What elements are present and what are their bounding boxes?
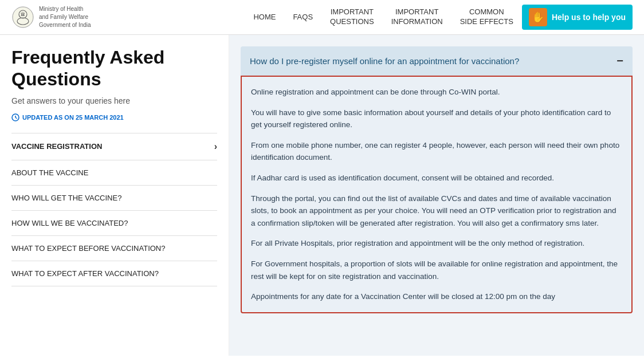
sidebar-item-label: HOW WILL WE BE VACCINATED?	[11, 219, 128, 227]
page-subtitle: Get answers to your queries here	[11, 96, 217, 105]
sidebar-item-label: VACCINE REGISTRATION	[11, 142, 102, 151]
accordion-paragraph: From one mobile phone number, one can re…	[251, 139, 622, 164]
sidebar-item-vaccine-registration[interactable]: VACCINE REGISTRATION ›	[11, 133, 217, 160]
collapse-icon: −	[616, 54, 623, 68]
svg-line-8	[15, 117, 17, 119]
nav-home[interactable]: HOME	[253, 13, 276, 22]
accordion-body: Online registration and appointment can …	[241, 76, 633, 313]
sidebar-item-label: ABOUT THE VACCINE	[11, 168, 88, 177]
faq-accordion: How do I pre-register myself online for …	[241, 46, 633, 313]
accordion-paragraph: If Aadhar card is used as identification…	[251, 172, 622, 184]
clock-icon	[11, 113, 19, 121]
header: 🏛 Ministry of Health and Family Welfare …	[0, 0, 644, 35]
sidebar-nav: VACCINE REGISTRATION › ABOUT THE VACCINE…	[11, 133, 217, 286]
accordion-header[interactable]: How do I pre-register myself online for …	[241, 46, 633, 76]
nav-faqs[interactable]: FAQs	[293, 13, 313, 22]
accordion-question: How do I pre-register myself online for …	[250, 56, 519, 66]
help-button-label: Help us to help you	[552, 13, 626, 22]
accordion-paragraph: For all Private Hospitals, prior registr…	[251, 237, 622, 250]
accordion-paragraph: Appointments for any date for a Vaccinat…	[251, 290, 622, 303]
sidebar-item-who-will-get[interactable]: WHO WILL GET THE VACCINE?	[11, 185, 217, 210]
accordion-paragraph: Online registration and appointment can …	[251, 86, 622, 99]
svg-text:✋: ✋	[532, 11, 545, 23]
nav-important-information[interactable]: IMPORTANT INFORMATION	[391, 7, 443, 27]
emblem-icon: 🏛	[11, 6, 34, 29]
accordion-paragraph: You will have to give some basic informa…	[251, 107, 622, 131]
main-container: Frequently Asked Questions Get answers t…	[0, 35, 644, 356]
svg-text:🏛: 🏛	[21, 11, 25, 17]
chevron-right-icon: ›	[214, 141, 217, 152]
sidebar-item-expect-after[interactable]: WHAT TO EXPECT AFTER VACCINATION?	[11, 261, 217, 286]
help-button[interactable]: ✋ Help us to help you	[522, 5, 633, 30]
hand-icon: ✋	[529, 8, 547, 26]
updated-badge: UPDATED AS ON 25 MARCH 2021	[11, 113, 217, 121]
sidebar-item-how-vaccinated[interactable]: HOW WILL WE BE VACCINATED?	[11, 210, 217, 235]
page-title: Frequently Asked Questions	[11, 46, 217, 91]
sidebar-item-about-vaccine[interactable]: ABOUT THE VACCINE	[11, 160, 217, 185]
logo-text: Ministry of Health and Family Welfare Go…	[39, 5, 91, 29]
sidebar: Frequently Asked Questions Get answers t…	[0, 35, 229, 356]
logo-area: 🏛 Ministry of Health and Family Welfare …	[11, 5, 91, 29]
sidebar-item-label: WHAT TO EXPECT BEFORE VACCINATION?	[11, 244, 165, 253]
accordion-paragraph: For Government hospitals, a proportion o…	[251, 258, 622, 282]
main-nav: HOME FAQs IMPORTANT QUESTIONS IMPORTANT …	[253, 7, 513, 27]
nav-common-side-effects[interactable]: COMMON SIDE EFFECTS	[460, 7, 513, 27]
sidebar-item-label: WHO WILL GET THE VACCINE?	[11, 194, 121, 202]
updated-text: UPDATED AS ON 25 MARCH 2021	[22, 114, 124, 121]
content-area: How do I pre-register myself online for …	[229, 35, 644, 356]
sidebar-item-expect-before[interactable]: WHAT TO EXPECT BEFORE VACCINATION?	[11, 235, 217, 261]
sidebar-item-label: WHAT TO EXPECT AFTER VACCINATION?	[11, 269, 159, 278]
accordion-paragraph: Through the portal, you can find out the…	[251, 192, 622, 230]
nav-important-questions[interactable]: IMPORTANT QUESTIONS	[330, 7, 374, 27]
